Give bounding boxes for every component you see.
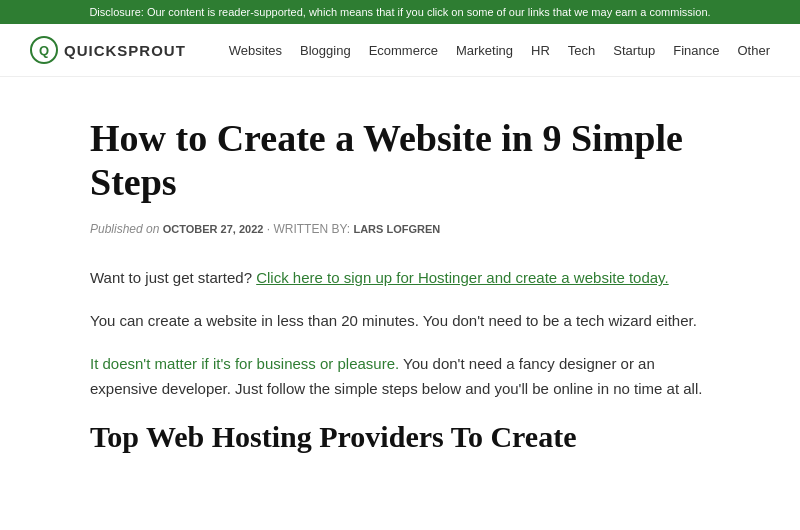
body-paragraph-2: It doesn't matter if it's for business o… xyxy=(90,352,710,402)
section-heading: Top Web Hosting Providers To Create xyxy=(90,419,710,455)
cta-question-text: Want to just get started? xyxy=(90,269,252,286)
written-by-label: · WRITTEN BY: xyxy=(267,222,350,236)
site-header: Q QUICKSPROUT Websites Blogging Ecommerc… xyxy=(0,24,800,77)
svg-text:Q: Q xyxy=(39,43,49,58)
main-nav: Websites Blogging Ecommerce Marketing HR… xyxy=(229,43,770,58)
disclosure-banner: Disclosure: Our content is reader-suppor… xyxy=(0,0,800,24)
nav-ecommerce[interactable]: Ecommerce xyxy=(369,43,438,58)
logo-link[interactable]: Q QUICKSPROUT xyxy=(30,36,186,64)
published-label: Published on xyxy=(90,222,159,236)
logo-icon: Q xyxy=(30,36,58,64)
article-meta: Published on OCTOBER 27, 2022 · WRITTEN … xyxy=(90,222,710,236)
nav-other[interactable]: Other xyxy=(737,43,770,58)
nav-startup[interactable]: Startup xyxy=(613,43,655,58)
body-paragraph-1: You can create a website in less than 20… xyxy=(90,309,710,334)
disclosure-text: Disclosure: Our content is reader-suppor… xyxy=(89,6,710,18)
nav-marketing[interactable]: Marketing xyxy=(456,43,513,58)
green-text: It doesn't matter if it's for business o… xyxy=(90,355,399,372)
publish-date: OCTOBER 27, 2022 xyxy=(163,223,264,235)
nav-websites[interactable]: Websites xyxy=(229,43,282,58)
nav-blogging[interactable]: Blogging xyxy=(300,43,351,58)
cta-link[interactable]: Click here to sign up for Hostinger and … xyxy=(256,269,668,286)
main-content: How to Create a Website in 9 Simple Step… xyxy=(70,77,730,485)
cta-paragraph: Want to just get started? Click here to … xyxy=(90,266,710,291)
nav-finance[interactable]: Finance xyxy=(673,43,719,58)
nav-tech[interactable]: Tech xyxy=(568,43,595,58)
logo-text: QUICKSPROUT xyxy=(64,42,186,59)
intro-section: Want to just get started? Click here to … xyxy=(90,266,710,401)
nav-hr[interactable]: HR xyxy=(531,43,550,58)
article-title: How to Create a Website in 9 Simple Step… xyxy=(90,117,710,204)
author-name: LARS LOFGREN xyxy=(353,223,440,235)
